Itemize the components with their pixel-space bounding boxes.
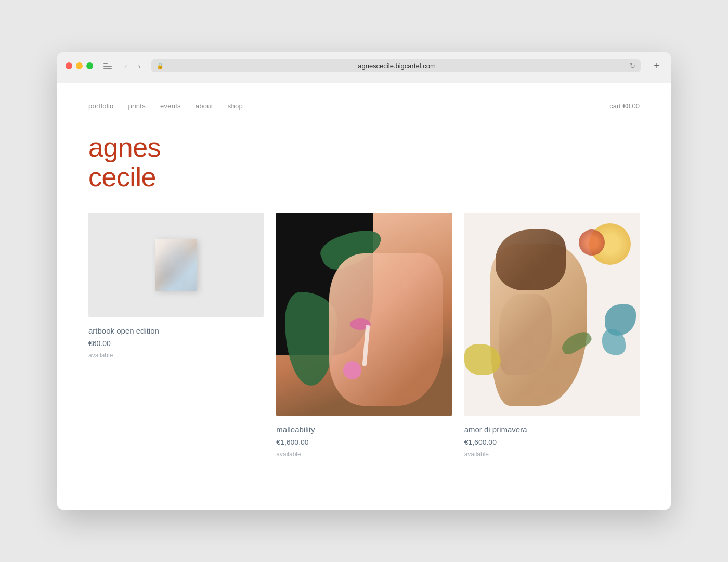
minimize-button[interactable]: [76, 62, 83, 69]
nav-arrows: ‹ ›: [120, 60, 145, 72]
tab-bar: [66, 78, 662, 83]
nav-events[interactable]: events: [160, 102, 181, 110]
product-image-artbook: [88, 213, 264, 317]
product-title-artbook: artbook open edition: [88, 326, 264, 335]
product-artbook[interactable]: artbook open edition €60.00 available: [88, 213, 264, 359]
product-status-artbook: available: [88, 352, 264, 359]
back-button[interactable]: ‹: [120, 60, 132, 72]
browser-chrome: ‹ › 🔒 agnescecile.bigcartel.com ↻ +: [57, 52, 671, 83]
site-logo[interactable]: agnes cecile: [57, 122, 671, 213]
logo-line2: cecile: [88, 162, 156, 192]
new-tab-button[interactable]: +: [651, 60, 662, 72]
website-content: portfolio prints events about shop cart …: [57, 83, 671, 510]
product-status-amor: available: [464, 451, 640, 458]
malleability-painting: [276, 213, 451, 416]
product-price-artbook: €60.00: [88, 339, 264, 348]
browser-window: ‹ › 🔒 agnescecile.bigcartel.com ↻ + port…: [57, 52, 671, 510]
logo-text: agnes cecile: [88, 133, 640, 192]
site-header: portfolio prints events about shop cart …: [57, 83, 671, 122]
product-price-amor: €1,600.00: [464, 438, 640, 446]
product-amor[interactable]: amor di primavera €1,600.00 available: [464, 213, 640, 458]
amor-painting: [464, 213, 640, 416]
forward-button[interactable]: ›: [134, 60, 145, 72]
logo-line1: agnes: [88, 132, 161, 162]
artbook-canvas-preview: [155, 239, 197, 291]
close-button[interactable]: [66, 62, 72, 69]
nav-shop[interactable]: shop: [228, 102, 243, 110]
product-title-malleability: malleability: [276, 425, 451, 434]
traffic-lights: [66, 62, 93, 69]
browser-controls: ‹ › 🔒 agnescecile.bigcartel.com ↻ +: [66, 59, 662, 72]
nav-prints[interactable]: prints: [128, 102, 146, 110]
sidebar-toggle-icon[interactable]: [103, 63, 112, 69]
nav-portfolio[interactable]: portfolio: [88, 102, 114, 110]
product-image-amor: [464, 213, 640, 416]
cart-info[interactable]: cart €0.00: [609, 102, 640, 110]
lock-icon: 🔒: [157, 62, 164, 69]
product-status-malleability: available: [276, 451, 451, 458]
address-bar[interactable]: 🔒 agnescecile.bigcartel.com ↻: [151, 59, 641, 72]
maximize-button[interactable]: [86, 62, 93, 69]
refresh-icon[interactable]: ↻: [630, 62, 635, 70]
products-grid: artbook open edition €60.00 available: [57, 213, 671, 489]
main-nav: portfolio prints events about shop: [88, 102, 243, 110]
url-text: agnescecile.bigcartel.com: [167, 62, 627, 70]
product-price-malleability: €1,600.00: [276, 438, 451, 446]
product-title-amor: amor di primavera: [464, 425, 640, 434]
product-image-malleability: [276, 213, 451, 416]
product-malleability[interactable]: malleability €1,600.00 available: [276, 213, 451, 458]
nav-about[interactable]: about: [196, 102, 213, 110]
